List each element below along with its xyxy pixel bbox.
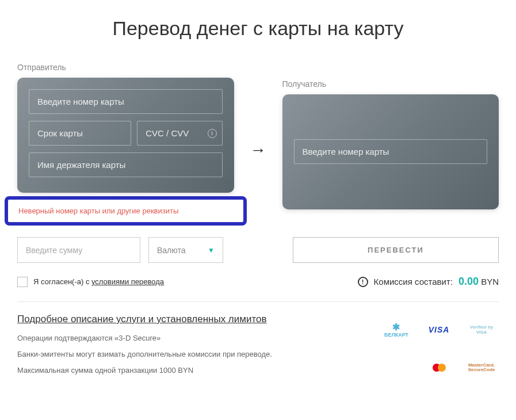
sender-card: i bbox=[17, 78, 234, 193]
error-highlight: Неверный номер карты или другие реквизит… bbox=[5, 196, 247, 226]
details-line: Операции подтверждаются «3-D Secure» bbox=[17, 333, 272, 343]
details-line: Максимальная сумма одной транзакции 1000… bbox=[17, 365, 272, 376]
agree-section: Я согласен(-а) с условиями перевода bbox=[17, 277, 164, 287]
commission-info: ! Комиссия составит: 0.00 BYN bbox=[358, 276, 499, 288]
arrow-icon: → bbox=[246, 142, 271, 158]
recipient-label: Получатель bbox=[282, 79, 499, 89]
agree-prefix: Я согласен(-а) с bbox=[33, 277, 91, 286]
currency-select[interactable]: Валюта ▼ bbox=[148, 237, 223, 263]
sender-expiry-input[interactable] bbox=[29, 121, 131, 146]
agree-checkbox[interactable] bbox=[17, 277, 28, 287]
commission-amount: 0.00 bbox=[458, 276, 479, 287]
cvv-info-icon[interactable]: i bbox=[208, 129, 217, 138]
controls-row: Валюта ▼ ПЕРЕВЕСТИ bbox=[17, 237, 499, 263]
bottom-row: Я согласен(-а) с условиями перевода ! Ко… bbox=[17, 276, 499, 288]
separator bbox=[17, 301, 499, 302]
warning-icon: ! bbox=[358, 277, 368, 287]
sender-section: Отправитель i Неверный номер карты или д… bbox=[17, 63, 234, 226]
mastercard-securecode-logo: MasterCard. SecureCode bbox=[464, 363, 499, 373]
page-title: Перевод денег с карты на карту bbox=[17, 17, 499, 40]
error-message: Неверный номер карты или другие реквизит… bbox=[18, 207, 233, 215]
belcart-logo: ✱ БЕЛКАРТ bbox=[384, 322, 408, 338]
details-line: Банки-эмитенты могут взимать дополнитель… bbox=[17, 349, 272, 360]
dropdown-caret-icon: ▼ bbox=[208, 246, 215, 254]
sender-card-number-input[interactable] bbox=[29, 89, 223, 114]
commission-currency: BYN bbox=[481, 277, 499, 287]
payment-logos: ✱ БЕЛКАРТ VISA Verified by VISA MasterCa… bbox=[379, 314, 499, 382]
recipient-section: Получатель bbox=[282, 79, 499, 209]
sender-holder-input[interactable] bbox=[29, 152, 223, 177]
details-section: Подробное описание услуги и установленны… bbox=[17, 314, 499, 382]
amount-input[interactable] bbox=[17, 237, 140, 263]
recipient-card-number-input[interactable] bbox=[294, 139, 488, 164]
recipient-card bbox=[282, 94, 499, 209]
commission-label: Комиссия составит: bbox=[374, 277, 453, 287]
transfer-button[interactable]: ПЕРЕВЕСТИ bbox=[293, 237, 499, 263]
cards-row: Отправитель i Неверный номер карты или д… bbox=[17, 63, 499, 226]
agree-terms-link[interactable]: условиями перевода bbox=[91, 277, 164, 286]
sender-label: Отправитель bbox=[17, 63, 234, 72]
currency-label: Валюта bbox=[157, 246, 186, 255]
visa-logo: VISA bbox=[429, 326, 450, 334]
verified-by-visa-logo: Verified by VISA bbox=[464, 325, 499, 335]
mastercard-logo bbox=[433, 364, 446, 372]
details-heading[interactable]: Подробное описание услуги и установленны… bbox=[17, 314, 272, 325]
